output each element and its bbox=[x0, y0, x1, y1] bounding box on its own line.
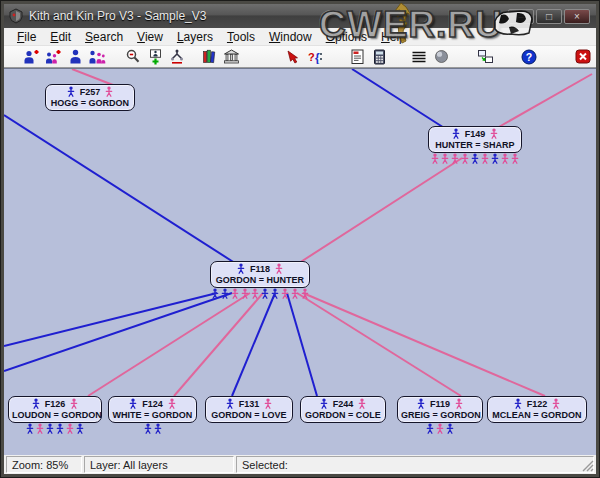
family-name: HUNTER = SHARP bbox=[432, 140, 518, 150]
wife-icon bbox=[455, 398, 463, 409]
report-icon[interactable] bbox=[346, 47, 368, 66]
wife-icon bbox=[70, 398, 78, 409]
family-id: F149 bbox=[465, 129, 486, 139]
husband-icon bbox=[32, 398, 40, 409]
link-line bbox=[4, 293, 232, 371]
maximize-button[interactable]: □ bbox=[536, 9, 562, 24]
menu-options[interactable]: Options bbox=[319, 29, 374, 45]
archive-icon[interactable] bbox=[220, 47, 242, 66]
children-row bbox=[301, 422, 385, 423]
link-line bbox=[232, 293, 275, 396]
family-id: F122 bbox=[527, 399, 548, 409]
status-zoom: Zoom: 85% bbox=[6, 456, 82, 473]
svg-text:?: ? bbox=[526, 51, 532, 63]
family-box-f244[interactable]: F244 GORDON = COLE bbox=[300, 396, 386, 423]
family-name: GREIG = GORDON bbox=[401, 410, 479, 420]
family-box-f257[interactable]: F257 HOGG = GORDON bbox=[45, 84, 135, 111]
link-line bbox=[4, 115, 238, 265]
wife-icon bbox=[358, 398, 366, 409]
family-name: GORDON = LOVE bbox=[209, 410, 289, 420]
menu-layers[interactable]: Layers bbox=[170, 29, 220, 45]
menu-tools[interactable]: Tools bbox=[220, 29, 262, 45]
wife-icon bbox=[552, 398, 560, 409]
husband-icon bbox=[417, 398, 425, 409]
resize-grip[interactable] bbox=[581, 459, 594, 472]
status-selected: Selected: bbox=[236, 456, 594, 473]
sources-icon[interactable] bbox=[198, 47, 220, 66]
children-row bbox=[488, 422, 586, 423]
menu-edit[interactable]: Edit bbox=[43, 29, 78, 45]
children-row bbox=[211, 287, 309, 299]
add-record-icon[interactable] bbox=[144, 47, 166, 66]
children-row bbox=[109, 422, 196, 434]
wife-icon bbox=[275, 263, 283, 274]
link-line bbox=[297, 293, 461, 396]
window-title: Kith and Kin Pro V3 - Sample_V3 bbox=[29, 9, 206, 23]
app-icon bbox=[8, 8, 24, 24]
exit-icon[interactable] bbox=[572, 47, 594, 66]
find-icon[interactable] bbox=[122, 47, 144, 66]
family-box-f126[interactable]: F126 LOUDON = GORDON bbox=[8, 396, 102, 423]
family-name: GORDON = COLE bbox=[304, 410, 382, 420]
link-line bbox=[352, 69, 449, 131]
wife-icon bbox=[490, 128, 498, 139]
family-name: GORDON = HUNTER bbox=[214, 275, 306, 285]
globe-icon[interactable] bbox=[430, 47, 452, 66]
query-icon[interactable]: ?{ bbox=[304, 47, 326, 66]
family-id: F257 bbox=[80, 87, 101, 97]
husband-icon bbox=[237, 263, 245, 274]
link-line bbox=[88, 293, 250, 396]
export-icon[interactable] bbox=[474, 47, 496, 66]
family-box-f122[interactable]: F122 MCLEAN = GORDON bbox=[487, 396, 587, 423]
tree-view-icon[interactable] bbox=[166, 47, 188, 66]
family-box-f131[interactable]: F131 GORDON = LOVE bbox=[205, 396, 293, 423]
svg-text:{: { bbox=[315, 51, 320, 65]
menu-view[interactable]: View bbox=[130, 29, 170, 45]
svg-text:?: ? bbox=[308, 51, 315, 63]
minimize-button[interactable]: – bbox=[508, 9, 534, 24]
wife-icon bbox=[264, 398, 272, 409]
link-line bbox=[4, 293, 217, 346]
family-box-f124[interactable]: F124 WHITE = GORDON bbox=[108, 396, 197, 423]
family-id: F244 bbox=[333, 399, 354, 409]
family-box-f119[interactable]: F119 GREIG = GORDON bbox=[397, 396, 483, 423]
link-line bbox=[287, 293, 317, 396]
menu-search[interactable]: Search bbox=[78, 29, 130, 45]
family-name: WHITE = GORDON bbox=[112, 410, 193, 420]
family-box-f149[interactable]: F149 HUNTER = SHARP bbox=[428, 126, 522, 153]
family-box-f118[interactable]: F118 GORDON = HUNTER bbox=[210, 261, 310, 288]
link-line bbox=[303, 293, 545, 396]
menu-window[interactable]: Window bbox=[262, 29, 319, 45]
menu-help[interactable]: Help bbox=[374, 29, 413, 45]
children-row bbox=[46, 110, 134, 111]
family-id: F131 bbox=[239, 399, 260, 409]
select-pointer-icon[interactable] bbox=[282, 47, 304, 66]
link-line bbox=[497, 74, 592, 128]
view-person-icon[interactable] bbox=[64, 47, 86, 66]
close-button[interactable]: × bbox=[564, 9, 590, 24]
husband-icon bbox=[226, 398, 234, 409]
family-name: MCLEAN = GORDON bbox=[491, 410, 583, 420]
husband-icon bbox=[320, 398, 328, 409]
family-id: F124 bbox=[142, 399, 163, 409]
title-bar[interactable]: Kith and Kin Pro V3 - Sample_V3 – □ × bbox=[4, 4, 596, 28]
family-id: F126 bbox=[45, 399, 66, 409]
link-line bbox=[296, 158, 462, 265]
chart-canvas[interactable]: F257 HOGG = GORDON F149 HUNTER = SHARP F… bbox=[4, 68, 596, 455]
husband-icon bbox=[514, 398, 522, 409]
wife-icon bbox=[105, 86, 113, 97]
family-id: F118 bbox=[250, 264, 270, 274]
add-family-icon[interactable] bbox=[42, 47, 64, 66]
family-name: HOGG = GORDON bbox=[49, 98, 131, 108]
children-row bbox=[9, 422, 101, 434]
family-id: F119 bbox=[430, 399, 450, 409]
menu-file[interactable]: File bbox=[10, 29, 43, 45]
view-family-icon[interactable] bbox=[86, 47, 108, 66]
wife-icon bbox=[168, 398, 176, 409]
add-person-icon[interactable] bbox=[20, 47, 42, 66]
layers-icon[interactable] bbox=[408, 47, 430, 66]
help-icon[interactable]: ? bbox=[518, 47, 540, 66]
children-row bbox=[206, 422, 292, 423]
calculator-icon[interactable] bbox=[368, 47, 390, 66]
family-name: LOUDON = GORDON bbox=[12, 410, 98, 420]
